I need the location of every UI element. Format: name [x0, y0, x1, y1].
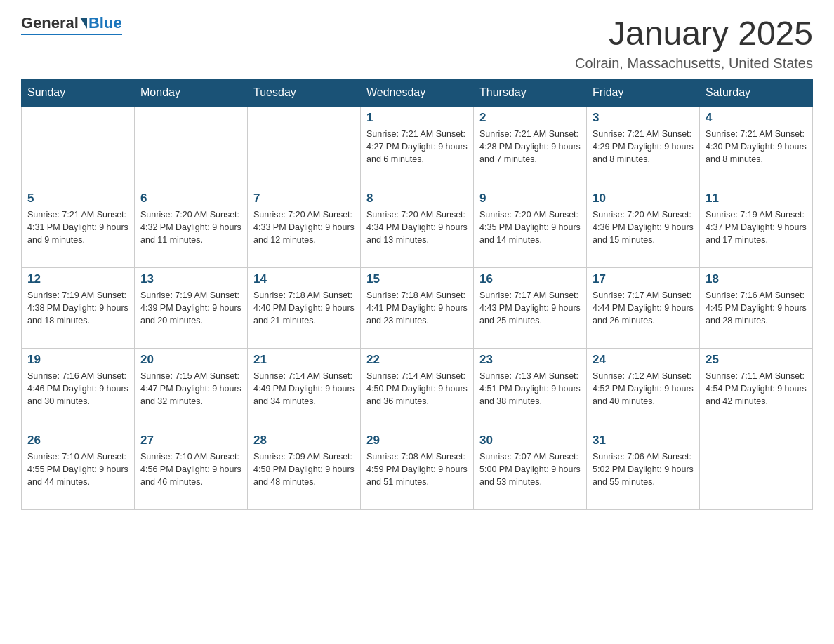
day-number: 5 — [27, 192, 128, 206]
day-number: 25 — [706, 353, 807, 367]
calendar-cell — [22, 107, 135, 187]
day-number: 11 — [706, 192, 807, 206]
day-number: 19 — [27, 353, 128, 367]
calendar-cell: 31Sunrise: 7:06 AM Sunset: 5:02 PM Dayli… — [587, 429, 700, 510]
calendar-week-row: 12Sunrise: 7:19 AM Sunset: 4:38 PM Dayli… — [22, 268, 813, 349]
calendar-week-row: 26Sunrise: 7:10 AM Sunset: 4:55 PM Dayli… — [22, 429, 813, 510]
calendar-cell: 17Sunrise: 7:17 AM Sunset: 4:44 PM Dayli… — [587, 268, 700, 349]
calendar-cell: 6Sunrise: 7:20 AM Sunset: 4:32 PM Daylig… — [135, 187, 248, 268]
day-number: 24 — [593, 353, 694, 367]
day-number: 2 — [479, 111, 581, 125]
day-number: 18 — [706, 272, 807, 286]
day-info: Sunrise: 7:14 AM Sunset: 4:50 PM Dayligh… — [366, 370, 468, 408]
day-info: Sunrise: 7:06 AM Sunset: 5:02 PM Dayligh… — [593, 450, 694, 488]
day-number: 1 — [366, 111, 468, 125]
day-number: 22 — [366, 353, 468, 367]
day-info: Sunrise: 7:10 AM Sunset: 4:55 PM Dayligh… — [27, 450, 128, 488]
day-number: 14 — [253, 272, 355, 286]
calendar-cell: 14Sunrise: 7:18 AM Sunset: 4:40 PM Dayli… — [248, 268, 361, 349]
calendar-week-row: 1Sunrise: 7:21 AM Sunset: 4:27 PM Daylig… — [22, 107, 813, 187]
calendar-cell: 26Sunrise: 7:10 AM Sunset: 4:55 PM Dayli… — [22, 429, 135, 510]
day-info: Sunrise: 7:17 AM Sunset: 4:43 PM Dayligh… — [479, 289, 581, 327]
day-header-tuesday: Tuesday — [248, 79, 361, 107]
logo: General Blue — [21, 14, 122, 35]
page-header: General Blue January 2025 Colrain, Massa… — [21, 14, 813, 72]
day-number: 28 — [253, 434, 355, 448]
day-number: 6 — [140, 192, 241, 206]
day-number: 16 — [479, 272, 581, 286]
month-title: January 2025 — [575, 14, 813, 53]
day-info: Sunrise: 7:12 AM Sunset: 4:52 PM Dayligh… — [593, 370, 694, 408]
day-info: Sunrise: 7:20 AM Sunset: 4:35 PM Dayligh… — [479, 208, 581, 246]
calendar-cell: 25Sunrise: 7:11 AM Sunset: 4:54 PM Dayli… — [700, 349, 813, 429]
calendar-cell: 12Sunrise: 7:19 AM Sunset: 4:38 PM Dayli… — [22, 268, 135, 349]
calendar-cell: 16Sunrise: 7:17 AM Sunset: 4:43 PM Dayli… — [474, 268, 587, 349]
day-info: Sunrise: 7:21 AM Sunset: 4:28 PM Dayligh… — [479, 128, 581, 166]
calendar-cell: 23Sunrise: 7:13 AM Sunset: 4:51 PM Dayli… — [474, 349, 587, 429]
day-info: Sunrise: 7:09 AM Sunset: 4:58 PM Dayligh… — [253, 450, 355, 488]
calendar-cell: 4Sunrise: 7:21 AM Sunset: 4:30 PM Daylig… — [700, 107, 813, 187]
day-header-sunday: Sunday — [22, 79, 135, 107]
calendar-cell: 7Sunrise: 7:20 AM Sunset: 4:33 PM Daylig… — [248, 187, 361, 268]
day-header-monday: Monday — [135, 79, 248, 107]
day-info: Sunrise: 7:19 AM Sunset: 4:39 PM Dayligh… — [140, 289, 241, 327]
calendar-cell: 21Sunrise: 7:14 AM Sunset: 4:49 PM Dayli… — [248, 349, 361, 429]
calendar-cell: 27Sunrise: 7:10 AM Sunset: 4:56 PM Dayli… — [135, 429, 248, 510]
calendar-cell: 5Sunrise: 7:21 AM Sunset: 4:31 PM Daylig… — [22, 187, 135, 268]
day-number: 26 — [27, 434, 128, 448]
title-section: January 2025 Colrain, Massachusetts, Uni… — [575, 14, 813, 72]
calendar-cell: 15Sunrise: 7:18 AM Sunset: 4:41 PM Dayli… — [361, 268, 474, 349]
day-info: Sunrise: 7:21 AM Sunset: 4:30 PM Dayligh… — [706, 128, 807, 166]
calendar-cell — [135, 107, 248, 187]
calendar-week-row: 19Sunrise: 7:16 AM Sunset: 4:46 PM Dayli… — [22, 349, 813, 429]
day-info: Sunrise: 7:08 AM Sunset: 4:59 PM Dayligh… — [366, 450, 468, 488]
calendar-cell: 1Sunrise: 7:21 AM Sunset: 4:27 PM Daylig… — [361, 107, 474, 187]
day-info: Sunrise: 7:20 AM Sunset: 4:36 PM Dayligh… — [593, 208, 694, 246]
day-info: Sunrise: 7:13 AM Sunset: 4:51 PM Dayligh… — [479, 370, 581, 408]
day-info: Sunrise: 7:16 AM Sunset: 4:45 PM Dayligh… — [706, 289, 807, 327]
day-info: Sunrise: 7:07 AM Sunset: 5:00 PM Dayligh… — [479, 450, 581, 488]
day-number: 12 — [27, 272, 128, 286]
day-info: Sunrise: 7:21 AM Sunset: 4:29 PM Dayligh… — [593, 128, 694, 166]
day-info: Sunrise: 7:20 AM Sunset: 4:33 PM Dayligh… — [253, 208, 355, 246]
day-info: Sunrise: 7:14 AM Sunset: 4:49 PM Dayligh… — [253, 370, 355, 408]
calendar-cell: 2Sunrise: 7:21 AM Sunset: 4:28 PM Daylig… — [474, 107, 587, 187]
logo-blue-text: Blue — [88, 14, 122, 32]
logo-underline — [21, 34, 122, 35]
day-number: 9 — [479, 192, 581, 206]
day-info: Sunrise: 7:20 AM Sunset: 4:32 PM Dayligh… — [140, 208, 241, 246]
calendar-cell: 22Sunrise: 7:14 AM Sunset: 4:50 PM Dayli… — [361, 349, 474, 429]
calendar-cell: 9Sunrise: 7:20 AM Sunset: 4:35 PM Daylig… — [474, 187, 587, 268]
day-info: Sunrise: 7:17 AM Sunset: 4:44 PM Dayligh… — [593, 289, 694, 327]
day-number: 3 — [593, 111, 694, 125]
day-number: 15 — [366, 272, 468, 286]
day-number: 10 — [593, 192, 694, 206]
logo-general-text: General — [21, 14, 79, 32]
logo-arrow-icon — [80, 18, 87, 29]
day-info: Sunrise: 7:19 AM Sunset: 4:38 PM Dayligh… — [27, 289, 128, 327]
calendar-week-row: 5Sunrise: 7:21 AM Sunset: 4:31 PM Daylig… — [22, 187, 813, 268]
calendar-header-row: SundayMondayTuesdayWednesdayThursdayFrid… — [22, 79, 813, 107]
day-number: 8 — [366, 192, 468, 206]
day-header-friday: Friday — [587, 79, 700, 107]
day-number: 31 — [593, 434, 694, 448]
day-info: Sunrise: 7:16 AM Sunset: 4:46 PM Dayligh… — [27, 370, 128, 408]
day-info: Sunrise: 7:21 AM Sunset: 4:27 PM Dayligh… — [366, 128, 468, 166]
calendar-cell: 19Sunrise: 7:16 AM Sunset: 4:46 PM Dayli… — [22, 349, 135, 429]
calendar-cell: 13Sunrise: 7:19 AM Sunset: 4:39 PM Dayli… — [135, 268, 248, 349]
day-info: Sunrise: 7:15 AM Sunset: 4:47 PM Dayligh… — [140, 370, 241, 408]
day-number: 20 — [140, 353, 241, 367]
calendar-cell: 3Sunrise: 7:21 AM Sunset: 4:29 PM Daylig… — [587, 107, 700, 187]
calendar-cell — [700, 429, 813, 510]
day-info: Sunrise: 7:20 AM Sunset: 4:34 PM Dayligh… — [366, 208, 468, 246]
day-number: 7 — [253, 192, 355, 206]
day-header-wednesday: Wednesday — [361, 79, 474, 107]
day-number: 23 — [479, 353, 581, 367]
day-number: 13 — [140, 272, 241, 286]
day-number: 17 — [593, 272, 694, 286]
day-info: Sunrise: 7:18 AM Sunset: 4:40 PM Dayligh… — [253, 289, 355, 327]
calendar-cell: 10Sunrise: 7:20 AM Sunset: 4:36 PM Dayli… — [587, 187, 700, 268]
day-number: 27 — [140, 434, 241, 448]
day-number: 4 — [706, 111, 807, 125]
day-header-saturday: Saturday — [700, 79, 813, 107]
